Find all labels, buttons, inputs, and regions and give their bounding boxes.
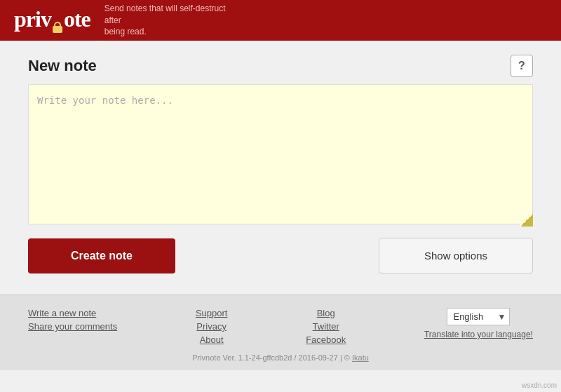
- facebook-link[interactable]: Facebook: [306, 334, 346, 345]
- footer-col-lang: English ▼ Translate into your language!: [424, 308, 533, 339]
- privacy-link[interactable]: Privacy: [196, 321, 228, 332]
- footer-col-right-mid: Blog Twitter Facebook: [306, 308, 346, 345]
- about-link[interactable]: About: [196, 334, 228, 345]
- support-link[interactable]: Support: [196, 308, 228, 318]
- footer-links: Write a new note Share your comments Sup…: [28, 308, 533, 345]
- write-new-note-link[interactable]: Write a new note: [28, 308, 117, 318]
- watermark: wsxdn.com: [522, 381, 557, 389]
- footer-col-mid: Support Privacy About: [196, 308, 228, 345]
- logo-text: privote: [14, 6, 90, 34]
- new-note-header: New note ?: [28, 55, 533, 77]
- header-tagline: Send notes that will self-destruct after…: [104, 3, 245, 38]
- footer-col-left: Write a new note Share your comments: [28, 308, 117, 332]
- show-options-button[interactable]: Show options: [379, 238, 533, 273]
- blog-link[interactable]: Blog: [306, 308, 346, 318]
- lock-icon: [51, 20, 64, 34]
- share-comments-link[interactable]: Share your comments: [28, 321, 117, 332]
- footer-version: Privnote Ver. 1.1-24-gffcdb2d / 2016-09-…: [28, 353, 533, 362]
- note-input-wrapper: [28, 84, 533, 227]
- header: privote Send notes that will self-destru…: [0, 0, 561, 41]
- page-title: New note: [28, 57, 97, 75]
- translate-link[interactable]: Translate into your language!: [424, 330, 533, 339]
- ikatu-link[interactable]: Ikatu: [352, 353, 369, 362]
- note-textarea[interactable]: [28, 84, 533, 224]
- main-content: New note ? Create note Show options: [0, 41, 561, 288]
- twitter-link[interactable]: Twitter: [306, 321, 346, 332]
- language-selector-container: English ▼: [447, 308, 510, 325]
- buttons-row: Create note Show options: [28, 238, 533, 273]
- create-note-button[interactable]: Create note: [28, 238, 175, 273]
- footer: Write a new note Share your comments Sup…: [0, 295, 561, 370]
- help-button[interactable]: ?: [511, 55, 533, 77]
- language-select[interactable]: English: [447, 308, 510, 325]
- logo-area: privote: [14, 6, 90, 34]
